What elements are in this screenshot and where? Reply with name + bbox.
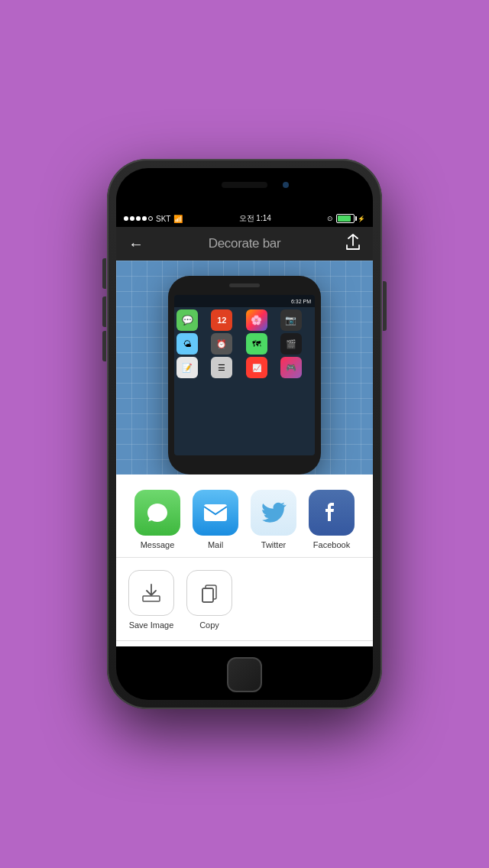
speaker: [222, 182, 267, 188]
share-sheet: Message Mail: [116, 474, 373, 646]
phone-mockup: 6:32 PM 💬 12 🌸 📷 🌤 ⏰ 🗺 🎬 📝: [168, 276, 321, 474]
mock-videos: 🎬: [280, 333, 302, 355]
content-image: 6:32 PM 💬 12 🌸 📷 🌤 ⏰ 🗺 🎬 📝: [116, 261, 373, 474]
share-twitter-item[interactable]: Twitter: [251, 490, 296, 549]
nav-bar: ← Decorate bar: [116, 227, 373, 261]
mock-messages: 💬: [176, 309, 198, 331]
battery-fill: [338, 215, 351, 222]
mock-clock: ⏰: [211, 333, 232, 355]
copy-icon: [186, 570, 232, 616]
signal-dot-2: [130, 216, 134, 221]
mock-maps: 🗺: [246, 333, 267, 355]
location-icon: ⊙: [327, 215, 333, 222]
mock-photos: 🌸: [246, 309, 267, 331]
twitter-label: Twitter: [261, 540, 286, 549]
mockup-screen: 6:32 PM 💬 12 🌸 📷 🌤 ⏰ 🗺 🎬 📝: [174, 295, 315, 455]
mail-icon: [193, 490, 238, 536]
share-facebook-item[interactable]: Facebook: [309, 490, 355, 549]
status-right: ⊙ ⚡: [327, 214, 365, 223]
share-mail-item[interactable]: Mail: [193, 490, 238, 549]
status-left: SKT 📶: [124, 215, 183, 223]
signal-dot-5: [148, 216, 153, 221]
mock-weather: 🌤: [176, 333, 198, 355]
signal-dot-1: [124, 216, 128, 221]
status-time: 오전 1:14: [239, 213, 271, 224]
status-bar: SKT 📶 오전 1:14 ⊙ ⚡: [116, 210, 373, 227]
signal-dot-3: [136, 216, 141, 221]
carrier-label: SKT: [156, 215, 170, 223]
camera: [283, 182, 289, 188]
mockup-status-bar: 6:32 PM: [174, 295, 315, 307]
copy-label: Copy: [199, 620, 219, 630]
mock-notes: 📝: [176, 357, 198, 378]
mock-calendar: 12: [211, 309, 232, 331]
mock-game-center: 🎮: [280, 357, 302, 378]
mockup-app-grid: 💬 12 🌸 📷 🌤 ⏰ 🗺 🎬 📝 ☰ 📈 🎮: [174, 307, 315, 381]
share-message-item[interactable]: Message: [134, 490, 180, 549]
signal-dot-4: [142, 216, 147, 221]
mock-camera: 📷: [280, 309, 302, 331]
twitter-icon: [251, 490, 296, 536]
mock-reminders: ☰: [211, 357, 232, 378]
copy-item[interactable]: Copy: [186, 570, 232, 630]
wifi-icon: 📶: [173, 215, 183, 223]
svg-rect-3: [202, 588, 213, 602]
facebook-label: Facebook: [313, 540, 350, 549]
svg-rect-1: [143, 596, 160, 601]
facebook-icon: [309, 490, 355, 536]
page-title: Decorate bar: [209, 236, 281, 251]
cancel-row: Cancel: [116, 640, 373, 646]
message-label: Message: [141, 540, 175, 549]
phone-frame: SKT 📶 오전 1:14 ⊙ ⚡ ← Decorate bar: [107, 159, 382, 709]
save-image-label: Save Image: [129, 620, 174, 630]
message-icon: [134, 490, 180, 536]
home-button[interactable]: [227, 657, 262, 692]
save-image-item[interactable]: Save Image: [128, 570, 174, 630]
social-share-row: Message Mail: [116, 474, 373, 558]
charging-icon: ⚡: [358, 215, 365, 222]
phone-inner: SKT 📶 오전 1:14 ⊙ ⚡ ← Decorate bar: [116, 168, 373, 700]
mock-stocks: 📈: [246, 357, 267, 378]
screen: SKT 📶 오전 1:14 ⊙ ⚡ ← Decorate bar: [116, 210, 373, 646]
mockup-speaker: [229, 283, 260, 287]
signal-dots: [124, 216, 153, 221]
mail-label: Mail: [208, 540, 223, 549]
svg-rect-0: [204, 504, 227, 521]
back-button[interactable]: ←: [128, 235, 144, 253]
share-button[interactable]: [345, 234, 361, 254]
battery-indicator: [336, 214, 355, 223]
action-row: Save Image Copy: [116, 558, 373, 637]
save-image-icon: [128, 570, 174, 616]
mockup-time: 6:32 PM: [291, 299, 311, 304]
